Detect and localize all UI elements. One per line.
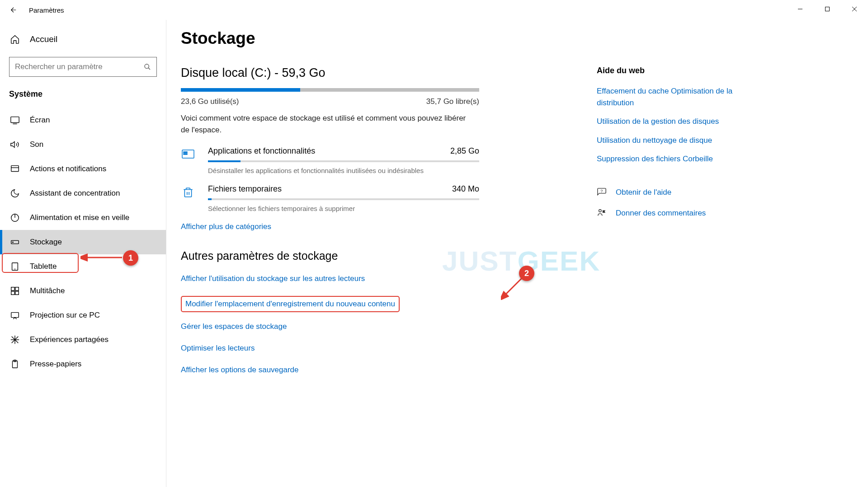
search-box[interactable] [9, 57, 157, 77]
category-bar [208, 160, 479, 162]
display-icon [10, 115, 20, 125]
svg-rect-31 [184, 154, 184, 155]
disk-usage-bar [181, 88, 479, 92]
optimize-drives-link[interactable]: Optimiser les lecteurs [181, 344, 479, 353]
other-settings-title: Autres paramètres de stockage [181, 249, 479, 262]
close-button[interactable] [841, 0, 868, 18]
window-title: Paramètres [29, 6, 64, 14]
sidebar-item-notifications[interactable]: Actions et notifications [0, 157, 166, 181]
help-icon: ? [597, 187, 607, 197]
back-button[interactable] [7, 4, 20, 16]
svg-rect-16 [11, 287, 14, 290]
sidebar-item-label: Écran [30, 116, 50, 125]
show-more-categories-link[interactable]: Afficher plus de catégories [181, 222, 271, 231]
sound-icon [10, 140, 20, 150]
sidebar-item-storage[interactable]: Stockage [0, 230, 166, 254]
disk-usage-fill [181, 88, 300, 92]
category-size: 2,85 Go [450, 146, 479, 156]
used-label: 23,6 Go utilisé(s) [181, 97, 239, 106]
storage-description: Voici comment votre espace de stockage e… [181, 112, 470, 136]
svg-text:?: ? [600, 189, 603, 193]
sidebar-item-label: Assistant de concentration [30, 189, 120, 198]
sidebar-item-power[interactable]: Alimentation et mise en veille [0, 206, 166, 230]
window-controls [787, 0, 868, 18]
sidebar-item-shared[interactable]: Expériences partagées [0, 328, 166, 352]
sidebar-item-label: Actions et notifications [30, 164, 106, 173]
other-drives-link[interactable]: Afficher l'utilisation du stockage sur l… [181, 274, 479, 283]
svg-rect-29 [185, 152, 186, 153]
category-name: Applications et fonctionnalités [208, 146, 315, 156]
sidebar-item-label: Expériences partagées [30, 335, 108, 344]
search-input[interactable] [15, 62, 144, 71]
help-link[interactable]: Utilisation du nettoyage de disque [597, 135, 760, 146]
storage-icon [10, 237, 20, 247]
sidebar-item-projection[interactable]: Projection sur ce PC [0, 303, 166, 328]
category-name: Fichiers temporaires [208, 184, 282, 194]
svg-rect-33 [186, 154, 187, 155]
home-label: Accueil [30, 34, 57, 44]
help-title: Aide du web [597, 66, 760, 75]
trash-icon [181, 185, 195, 200]
sidebar-item-sound[interactable]: Son [0, 132, 166, 157]
free-label: 35,7 Go libre(s) [426, 97, 479, 106]
minimize-button[interactable] [787, 0, 814, 18]
sidebar-item-label: Presse-papiers [30, 360, 81, 369]
svg-rect-19 [15, 291, 19, 295]
annotation-badge-1: 1 [123, 250, 138, 266]
feedback-link[interactable]: Donner des commentaires [616, 209, 706, 218]
search-icon [144, 63, 151, 70]
storage-category-temp[interactable]: Fichiers temporaires 340 Mo Sélectionner… [181, 184, 479, 214]
sidebar-item-label: Tablette [30, 262, 57, 271]
clipboard-icon [10, 359, 20, 369]
annotation-badge-2: 2 [519, 266, 534, 281]
get-help-row[interactable]: ? Obtenir de l'aide [597, 187, 760, 197]
get-help-link[interactable]: Obtenir de l'aide [616, 188, 671, 197]
svg-rect-8 [11, 166, 19, 172]
sidebar-item-multitask[interactable]: Multitâche [0, 279, 166, 303]
sidebar-item-focus[interactable]: Assistant de concentration [0, 181, 166, 206]
manage-storage-spaces-link[interactable]: Gérer les espaces de stockage [181, 322, 479, 331]
maximize-button[interactable] [814, 0, 841, 18]
sidebar-item-clipboard[interactable]: Presse-papiers [0, 352, 166, 376]
feedback-row[interactable]: Donner des commentaires [597, 208, 760, 218]
shared-icon [10, 335, 20, 345]
annotation-highlight-2: Modifier l'emplacement d'enregistrement … [181, 296, 400, 312]
storage-category-apps[interactable]: Applications et fonctionnalités 2,85 Go … [181, 146, 479, 176]
home-button[interactable]: Accueil [0, 27, 166, 52]
notifications-icon [10, 164, 20, 174]
minimize-icon [797, 6, 803, 12]
svg-rect-17 [15, 287, 19, 290]
multitask-icon [10, 286, 20, 296]
change-save-location-link[interactable]: Modifier l'emplacement d'enregistrement … [185, 300, 395, 309]
tablet-icon [10, 262, 20, 272]
sidebar-item-label: Stockage [30, 238, 62, 247]
sidebar-item-display[interactable]: Écran [0, 108, 166, 132]
help-link[interactable]: Effacement du cache Optimisation de la d… [597, 85, 760, 108]
sidebar-item-label: Alimentation et mise en veille [30, 213, 129, 222]
category-bar [208, 198, 479, 200]
backup-options-link[interactable]: Afficher les options de sauvegarde [181, 365, 479, 375]
help-link[interactable]: Suppression des fichiers Corbeille [597, 153, 760, 165]
page-title: Stockage [181, 29, 841, 48]
titlebar: Paramètres [0, 0, 868, 20]
svg-rect-20 [11, 313, 19, 318]
svg-rect-6 [11, 117, 19, 123]
maximize-icon [825, 6, 830, 12]
moon-icon [10, 188, 20, 198]
disk-title: Disque local (C:) - 59,3 Go [181, 66, 479, 80]
svg-rect-18 [11, 291, 14, 295]
svg-rect-30 [186, 152, 187, 153]
svg-line-5 [148, 68, 150, 70]
help-link[interactable]: Utilisation de la gestion des disques [597, 116, 760, 127]
close-icon [852, 6, 857, 12]
category-size: 340 Mo [452, 184, 479, 194]
main-content: JUSTGEEK Stockage Disque local (C:) - 59… [166, 20, 868, 487]
home-icon [10, 34, 20, 44]
svg-point-35 [599, 209, 602, 212]
sidebar-item-tablet[interactable]: Tablette [0, 254, 166, 279]
svg-point-4 [145, 64, 149, 68]
category-desc: Sélectionner les fichiers temporaires à … [208, 205, 479, 212]
svg-rect-32 [185, 154, 186, 155]
sidebar-item-label: Projection sur ce PC [30, 311, 100, 320]
sidebar-item-label: Son [30, 140, 43, 149]
